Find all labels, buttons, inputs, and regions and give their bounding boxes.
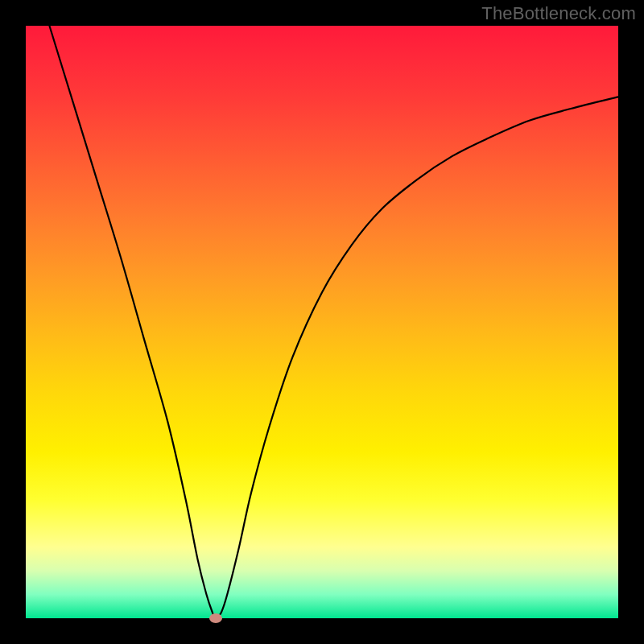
watermark-text: TheBottleneck.com (481, 3, 636, 24)
chart-marker-dot (209, 613, 222, 623)
chart-plot-area (26, 26, 618, 618)
chart-curve (26, 26, 618, 618)
